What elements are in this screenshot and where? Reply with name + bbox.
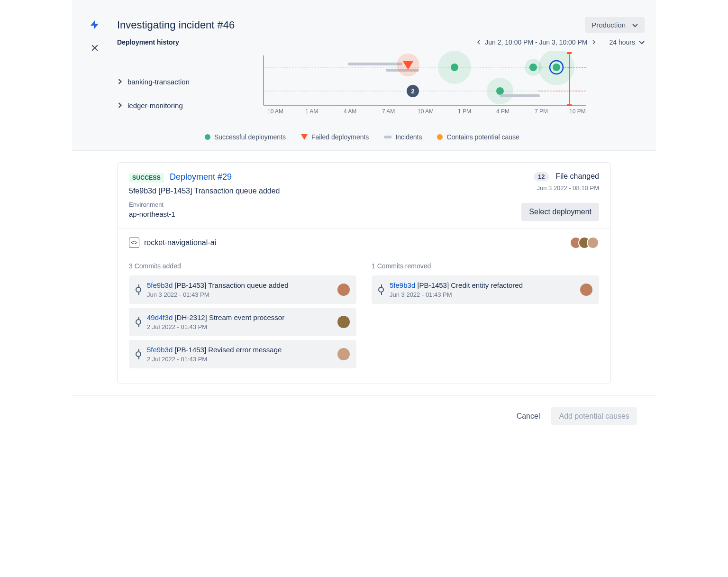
svg-point-19	[553, 64, 560, 71]
svg-text:10 AM: 10 AM	[267, 108, 283, 115]
svg-text:1 AM: 1 AM	[305, 108, 318, 115]
close-icon[interactable]	[90, 43, 100, 54]
select-deployment-button[interactable]: Select deployment	[521, 203, 599, 221]
svg-point-23	[496, 87, 504, 95]
environment-selector[interactable]: Production	[585, 17, 645, 33]
chart-legend: Successful deployments Failed deployment…	[205, 133, 645, 141]
avatar	[337, 284, 350, 296]
chevron-right-icon	[117, 79, 123, 84]
cancel-button[interactable]: Cancel	[511, 408, 546, 424]
chevron-down-icon	[632, 21, 638, 29]
lane-label: ledger-monitoring	[127, 101, 183, 110]
avatar	[337, 348, 350, 360]
commit-hash: 5fe9b3d	[129, 187, 156, 195]
contributor-avatars	[573, 237, 599, 249]
duration-label: 24 hours	[610, 38, 635, 46]
commit-date: 2 Jul 2022 - 01:43 PM	[147, 323, 332, 330]
lane-label: banking-transaction	[127, 78, 190, 86]
commit-node-icon	[136, 319, 141, 325]
duration-selector[interactable]: 24 hours	[610, 38, 645, 46]
deployment-link[interactable]: Deployment #29	[170, 172, 232, 182]
svg-point-16	[529, 64, 537, 71]
repo-icon: <>	[129, 238, 139, 248]
chevron-right-icon[interactable]	[592, 40, 596, 45]
files-changed-count: 12	[534, 172, 549, 181]
legend-label: Contains potential cause	[446, 133, 519, 141]
success-dot-icon	[205, 134, 210, 140]
page-title: Investigating incident #46	[117, 19, 235, 31]
lane-toggle[interactable]: banking-transaction	[117, 70, 205, 93]
commit-row[interactable]: 49d4f3d [DH-2312] Stream event processor…	[129, 308, 356, 336]
status-badge: SUCCESS	[129, 173, 164, 183]
legend-label: Successful deployments	[214, 133, 286, 141]
lightning-icon	[89, 19, 100, 32]
commit-node-icon	[378, 287, 384, 293]
chevron-right-icon	[117, 102, 123, 108]
env-value: ap-northeast-1	[129, 210, 280, 218]
svg-rect-24	[500, 94, 540, 97]
commit-row[interactable]: 5fe9b3d [PB-1453] Transaction queue adde…	[129, 275, 356, 304]
failed-triangle-icon	[301, 134, 308, 140]
svg-text:10 AM: 10 AM	[418, 108, 434, 115]
commit-message: [PB-1453] Credit entity refactored	[417, 281, 523, 289]
svg-text:2: 2	[411, 88, 414, 95]
svg-point-14	[451, 64, 458, 71]
commit-hash: 49d4f3d	[147, 313, 173, 321]
chevron-left-icon[interactable]	[476, 40, 481, 45]
commit-row[interactable]: 5fe9b3d [PB-1453] Revised error message …	[129, 340, 356, 368]
add-potential-causes-button[interactable]: Add potential causes	[551, 407, 637, 425]
potential-dot-icon	[437, 134, 443, 140]
environment-label: Production	[592, 21, 626, 29]
date-range-text: Jun 2, 10:00 PM - Jun 3, 10:00 PM	[485, 38, 587, 46]
commit-node-icon	[136, 351, 141, 357]
section-label: Deployment history	[117, 38, 179, 46]
commit-date: Jun 3 2022 - 01:43 PM	[147, 291, 332, 298]
commit-message: [PB-1453] Revised error message	[174, 346, 282, 354]
incident-bar-icon	[384, 136, 391, 138]
svg-text:1 PM: 1 PM	[458, 108, 471, 115]
files-changed-label: File changed	[555, 172, 599, 180]
commit-hash: 5fe9b3d	[390, 281, 415, 289]
commit-row[interactable]: 5fe9b3d [PB-1453] Credit entity refactor…	[372, 275, 599, 304]
deployment-timeline-chart[interactable]: 2 10 AM 1 AM 4 AM 7 AM 10 AM 1 PM 4 PM 7…	[205, 51, 645, 127]
svg-text:7 PM: 7 PM	[535, 108, 548, 115]
commit-date: 2 Jul 2022 - 01:43 PM	[147, 356, 332, 363]
svg-text:4 AM: 4 AM	[344, 108, 356, 115]
commit-hash: 5fe9b3d	[147, 281, 173, 289]
commit-hash: 5fe9b3d	[147, 346, 173, 354]
legend-label: Failed deployments	[311, 133, 369, 141]
date-range-nav[interactable]: Jun 2, 10:00 PM - Jun 3, 10:00 PM	[476, 38, 596, 46]
svg-text:7 AM: 7 AM	[382, 108, 395, 115]
commit-date: Jun 3 2022 - 01:43 PM	[390, 291, 574, 298]
commit-message: [PB-1453] Transaction queue added	[158, 187, 280, 195]
deployment-datetime: Jun 3 2022 - 08:10 PM	[521, 184, 599, 192]
env-label: Environment	[129, 201, 280, 208]
svg-rect-6	[567, 104, 572, 106]
svg-text:10 PM: 10 PM	[569, 108, 586, 115]
commit-message: [PB-1453] Transaction queue added	[174, 281, 288, 289]
svg-text:4 PM: 4 PM	[496, 108, 510, 115]
avatar	[587, 237, 599, 249]
commit-node-icon	[136, 287, 141, 293]
legend-label: Incidents	[395, 133, 422, 141]
commits-removed-header: 1 Commits removed	[372, 262, 599, 270]
svg-rect-9	[348, 63, 402, 65]
commits-added-header: 3 Commits added	[129, 262, 356, 270]
deployment-card: SUCCESS Deployment #29 5fe9b3d [PB-1453]…	[117, 162, 611, 384]
commit-message: [DH-2312] Stream event processor	[174, 313, 284, 321]
chevron-down-icon	[639, 38, 645, 46]
repo-name: rocket-navigational-ai	[144, 238, 216, 247]
avatar	[337, 316, 350, 328]
avatar	[580, 284, 592, 296]
lane-toggle[interactable]: ledger-monitoring	[117, 93, 205, 117]
